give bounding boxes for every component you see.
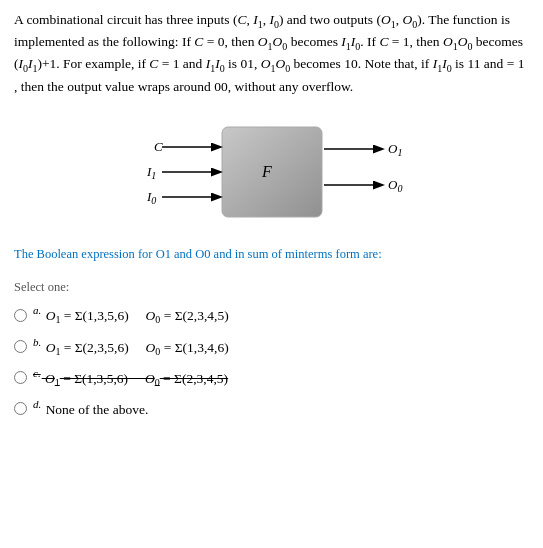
option-c-radio[interactable] <box>14 371 27 384</box>
svg-text:I1: I1 <box>146 164 156 181</box>
question-text: A combinational circuit has three inputs… <box>14 10 529 97</box>
options-container: a. O1 = Σ(1,3,5,6) O0 = Σ(2,3,4,5) b. O1… <box>14 303 529 419</box>
select-one-label: Select one: <box>14 280 529 295</box>
option-a-radio[interactable] <box>14 309 27 322</box>
option-d-radio[interactable] <box>14 402 27 415</box>
option-d-label[interactable]: d. None of the above. <box>33 397 148 419</box>
option-b-row: b. O1 = Σ(2,3,5,6) O0 = Σ(1,3,4,6) <box>14 335 529 359</box>
option-a-row: a. O1 = Σ(1,3,5,6) O0 = Σ(2,3,4,5) <box>14 303 529 327</box>
svg-text:O0: O0 <box>388 177 402 194</box>
circuit-diagram: F C I1 I0 O1 O0 <box>14 107 529 237</box>
option-a-label[interactable]: a. O1 = Σ(1,3,5,6) O0 = Σ(2,3,4,5) <box>33 303 229 327</box>
option-c-label[interactable]: c. O1 = Σ(1,3,5,6) O0 = Σ(2,3,4,5) <box>33 366 228 390</box>
svg-rect-0 <box>222 127 322 217</box>
option-c-row: c. O1 = Σ(1,3,5,6) O0 = Σ(2,3,4,5) <box>14 366 529 390</box>
svg-text:I0: I0 <box>146 189 156 206</box>
svg-text:O1: O1 <box>388 141 402 158</box>
option-b-radio[interactable] <box>14 340 27 353</box>
option-d-row: d. None of the above. <box>14 397 529 419</box>
svg-text:F: F <box>261 163 272 180</box>
boolean-label: The Boolean expression for O1 and O0 and… <box>14 247 529 262</box>
svg-text:C: C <box>154 139 163 154</box>
option-b-label[interactable]: b. O1 = Σ(2,3,5,6) O0 = Σ(1,3,4,6) <box>33 335 229 359</box>
